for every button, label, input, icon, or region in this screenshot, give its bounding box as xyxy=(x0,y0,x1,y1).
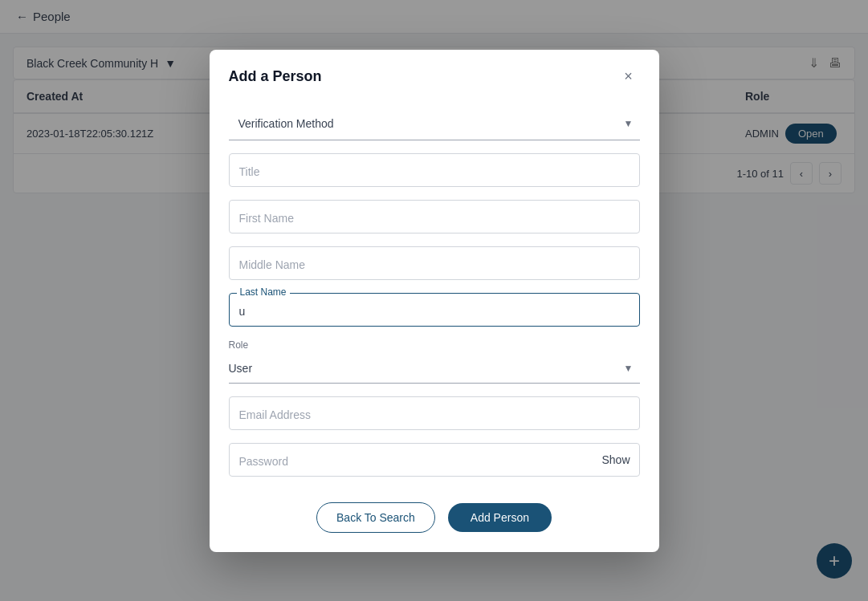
last-name-input[interactable] xyxy=(229,293,640,327)
modal-body: Verification Method ▼ Last Name xyxy=(210,101,659,489)
email-input[interactable] xyxy=(229,396,640,430)
last-name-label: Last Name xyxy=(237,286,290,298)
first-name-input[interactable] xyxy=(229,200,640,233)
show-password-button[interactable]: Show xyxy=(601,453,630,466)
first-name-wrapper xyxy=(229,200,640,233)
verification-method-wrapper: Verification Method ▼ xyxy=(229,108,640,140)
modal-header: Add a Person × xyxy=(210,50,659,101)
modal-overlay: Add a Person × Verification Method ▼ xyxy=(0,0,868,601)
role-label: Role xyxy=(229,339,640,351)
role-select[interactable]: User Admin Super Admin xyxy=(229,354,640,384)
password-wrapper: Show xyxy=(229,443,640,477)
back-to-search-button[interactable]: Back To Search xyxy=(316,502,435,533)
title-input[interactable] xyxy=(229,153,640,187)
verification-method-select[interactable]: Verification Method xyxy=(229,108,640,140)
middle-name-input[interactable] xyxy=(229,246,640,280)
role-wrapper: Role User Admin Super Admin ▼ xyxy=(229,339,640,384)
modal-close-button[interactable]: × xyxy=(617,66,640,88)
middle-name-wrapper xyxy=(229,246,640,280)
add-person-button[interactable]: Add Person xyxy=(448,503,552,532)
password-input[interactable] xyxy=(229,443,640,477)
modal-title: Add a Person xyxy=(229,68,322,85)
title-wrapper xyxy=(229,153,640,187)
modal-footer: Back To Search Add Person xyxy=(210,489,659,552)
last-name-wrapper: Last Name xyxy=(229,293,640,327)
email-wrapper xyxy=(229,396,640,430)
add-person-modal: Add a Person × Verification Method ▼ xyxy=(210,50,659,552)
